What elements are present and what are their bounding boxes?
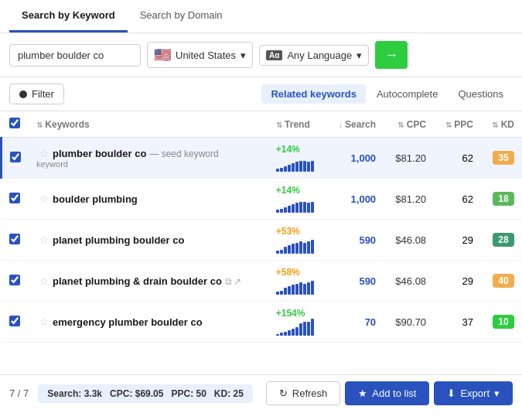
kd-cell: 28 bbox=[481, 220, 522, 261]
row-checkbox[interactable] bbox=[9, 193, 20, 203]
table-row: ☆planet plumbing boulder co+53%590$46.08… bbox=[2, 220, 523, 261]
export-icon: ⬇ bbox=[447, 388, 455, 399]
kd-badge: 10 bbox=[493, 315, 514, 329]
trend-pct: +14% bbox=[276, 185, 319, 196]
country-label: United States bbox=[176, 50, 236, 61]
table-row: ☆planet plumbing & drain boulder co⧉↗+58… bbox=[2, 261, 523, 302]
copy-icon[interactable]: ⧉ bbox=[225, 276, 232, 287]
trend-bars bbox=[276, 156, 319, 172]
country-select[interactable]: 🇺🇸 United States ▾ bbox=[147, 42, 253, 68]
kd-cell: 40 bbox=[481, 261, 522, 302]
star-icon[interactable]: ☆ bbox=[39, 234, 49, 246]
table-row: ☆plumber boulder co— seed keywordkeyword… bbox=[2, 138, 523, 179]
star-icon[interactable]: ☆ bbox=[39, 147, 49, 159]
cpc-cell: $90.70 bbox=[384, 302, 434, 343]
export-button[interactable]: ⬇ Export ▾ bbox=[434, 381, 513, 405]
star-icon[interactable]: ☆ bbox=[39, 316, 49, 328]
search-vol-value: 590 bbox=[359, 275, 376, 287]
stats-search-val: 3.3k bbox=[84, 388, 102, 399]
cpc-cell: $81.20 bbox=[384, 138, 434, 179]
row-checkbox[interactable] bbox=[9, 275, 20, 285]
keyword-cell: ☆planet plumbing boulder co bbox=[29, 220, 268, 261]
filter-button[interactable]: Filter bbox=[9, 84, 64, 104]
tab-autocomplete[interactable]: Autocomplete bbox=[367, 84, 448, 104]
arrow-icon[interactable]: ↗ bbox=[234, 276, 241, 287]
language-label: Any Language bbox=[287, 50, 352, 61]
export-chevron-icon: ▾ bbox=[494, 388, 500, 399]
trend-bars bbox=[276, 320, 319, 336]
stats-cpc-val: $69.05 bbox=[135, 388, 164, 399]
tab-bar: Search by Keyword Search by Domain bbox=[0, 0, 522, 33]
keyword-cell: ☆plumber boulder co— seed keywordkeyword bbox=[29, 138, 268, 179]
trend-cell: +53% bbox=[268, 220, 326, 261]
keyword-tab-group: Related keywords Autocomplete Questions bbox=[261, 84, 513, 104]
row-checkbox[interactable] bbox=[9, 234, 20, 244]
go-button[interactable]: → bbox=[375, 41, 408, 69]
kd-cell: 18 bbox=[481, 179, 522, 220]
ppc-cell: 29 bbox=[434, 220, 481, 261]
cpc-cell: $46.08 bbox=[384, 261, 434, 302]
tab-search-keyword[interactable]: Search by Keyword bbox=[9, 0, 128, 32]
star-icon[interactable]: ☆ bbox=[39, 193, 49, 205]
row-checkbox[interactable] bbox=[10, 152, 21, 162]
col-ppc: ⇅ PPC bbox=[434, 111, 481, 138]
stats-ppc-label: PPC: bbox=[171, 388, 193, 399]
tab-questions[interactable]: Questions bbox=[449, 84, 513, 104]
add-to-list-button[interactable]: ★ Add to list bbox=[345, 381, 429, 405]
keyword-suffix: — seed keyword bbox=[149, 149, 218, 159]
keyword-name: planet plumbing & drain boulder co bbox=[53, 275, 222, 287]
search-vol-cell: 70 bbox=[326, 302, 384, 343]
stats-bar: Search: 3.3k CPC: $69.05 PPC: 50 KD: 25 bbox=[38, 384, 253, 403]
search-vol-cell: 590 bbox=[326, 220, 384, 261]
search-vol-cell: 1,000 bbox=[326, 138, 384, 179]
table-row: ☆emergency plumber boulder co+154%70$90.… bbox=[2, 302, 523, 343]
keyword-name: plumber boulder co bbox=[53, 148, 146, 159]
keyword-sub: keyword bbox=[36, 159, 261, 169]
stats-kd-val: 25 bbox=[234, 388, 244, 399]
col-trend: ⇅ Trend bbox=[268, 111, 326, 138]
add-to-list-label: Add to list bbox=[372, 388, 416, 399]
ppc-cell: 37 bbox=[434, 302, 481, 343]
search-vol-value: 1,000 bbox=[351, 152, 377, 164]
cpc-cell: $81.20 bbox=[384, 179, 434, 220]
row-checkbox[interactable] bbox=[9, 316, 20, 326]
keyword-name: planet plumbing boulder co bbox=[53, 234, 184, 246]
trend-cell: +14% bbox=[268, 179, 326, 220]
ppc-cell: 29 bbox=[434, 261, 481, 302]
go-arrow-icon: → bbox=[384, 47, 398, 63]
trend-bars bbox=[276, 279, 319, 295]
search-row: 🇺🇸 United States ▾ Aα Any Language ▾ → bbox=[0, 33, 522, 77]
kd-cell: 35 bbox=[481, 138, 522, 179]
language-select[interactable]: Aα Any Language ▾ bbox=[259, 45, 369, 66]
search-vol-value: 590 bbox=[359, 234, 376, 246]
search-input[interactable] bbox=[9, 44, 141, 67]
kd-cell: 10 bbox=[481, 302, 522, 343]
search-vol-value: 70 bbox=[365, 316, 376, 328]
trend-pct: +154% bbox=[276, 308, 319, 319]
trend-pct: +53% bbox=[276, 226, 319, 237]
kd-badge: 18 bbox=[493, 192, 514, 206]
col-cpc: ⇅ CPC bbox=[384, 111, 434, 138]
ppc-cell: 62 bbox=[434, 138, 481, 179]
search-vol-cell: 1,000 bbox=[326, 179, 384, 220]
ppc-cell: 62 bbox=[434, 179, 481, 220]
refresh-button[interactable]: ↻ Refresh bbox=[266, 381, 341, 405]
search-vol-value: 1,000 bbox=[351, 193, 377, 205]
refresh-label: Refresh bbox=[292, 388, 328, 399]
star-icon[interactable]: ☆ bbox=[39, 275, 49, 287]
trend-pct: +14% bbox=[276, 144, 319, 155]
footer-actions: ↻ Refresh ★ Add to list ⬇ Export ▾ bbox=[266, 381, 513, 405]
trend-cell: +58% bbox=[268, 261, 326, 302]
language-badge: Aα bbox=[266, 50, 282, 60]
keyword-cell: ☆planet plumbing & drain boulder co⧉↗ bbox=[29, 261, 268, 302]
stats-search-label: Search: bbox=[47, 388, 81, 399]
select-all-checkbox[interactable] bbox=[9, 118, 20, 128]
tab-related-keywords[interactable]: Related keywords bbox=[261, 84, 366, 104]
trend-pct: +58% bbox=[276, 267, 319, 278]
country-chevron-icon: ▾ bbox=[241, 50, 246, 61]
tab-search-domain[interactable]: Search by Domain bbox=[128, 0, 235, 32]
trend-bars bbox=[276, 238, 319, 254]
col-kd: ⇅ KD bbox=[481, 111, 522, 138]
kd-badge: 35 bbox=[493, 151, 514, 165]
filter-label: Filter bbox=[32, 88, 54, 100]
